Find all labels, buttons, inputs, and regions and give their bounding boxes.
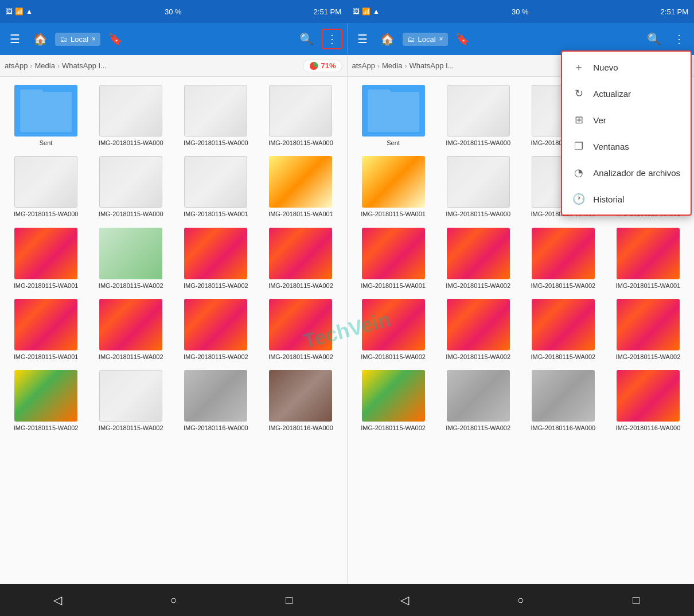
file-item[interactable]: IMG-20180115-WA002 <box>89 367 172 435</box>
tab-local-right[interactable]: 🗂 Local × <box>403 33 448 46</box>
tab-close-left[interactable]: × <box>92 35 96 43</box>
file-item[interactable]: IMG-20180115-WA001 <box>607 224 689 293</box>
historial-icon: 🕐 <box>572 193 585 205</box>
file-item[interactable]: IMG-20180115-WA001 <box>259 153 342 221</box>
time-left: 2:51 PM <box>314 7 341 16</box>
image-thumb <box>617 299 680 350</box>
file-item[interactable]: IMG-20180115-WA001 <box>174 153 257 221</box>
file-item[interactable]: IMG-20180115-WA002 <box>352 367 435 435</box>
breadcrumb-part2-left[interactable]: Media <box>34 61 54 70</box>
file-item[interactable]: IMG-20180115-WA000 <box>89 153 172 221</box>
file-item[interactable]: IMG-20180116-WA000 <box>259 367 342 435</box>
image-thumb <box>184 299 247 350</box>
file-item[interactable]: IMG-20180115-WA001 <box>5 224 87 293</box>
file-item[interactable]: Sent <box>5 81 87 150</box>
file-label: IMG-20180115-WA002 <box>531 353 595 361</box>
back-button-left[interactable]: ◁ <box>45 587 71 613</box>
menu-item-historial[interactable]: 🕐 Historial <box>562 186 691 212</box>
file-grid-left: Sent IMG-20180115-WA000 IMG-20180115-WA0… <box>5 81 342 435</box>
recent-button-left[interactable]: □ <box>276 587 302 613</box>
nuevo-icon: ＋ <box>572 61 585 73</box>
file-label: IMG-20180115-WA001 <box>616 282 681 290</box>
image-thumb <box>447 299 510 350</box>
file-item[interactable]: IMG-20180116-WA000 <box>522 367 605 435</box>
file-item[interactable]: IMG-20180115-WA000 <box>259 81 342 150</box>
file-item[interactable]: IMG-20180115-WA001 <box>5 295 87 364</box>
file-item[interactable]: IMG-20180115-WA002 <box>607 295 689 364</box>
file-item[interactable]: IMG-20180115-WA002 <box>522 224 605 293</box>
tab-label-right: Local <box>418 35 436 44</box>
recent-button-right[interactable]: □ <box>623 587 649 613</box>
home-button-nav-right[interactable]: ○ <box>508 587 533 613</box>
breadcrumb-part1-left[interactable]: atsApp <box>5 61 28 70</box>
storage-badge: 71% <box>303 60 342 72</box>
breadcrumb-part3-right[interactable]: WhatsApp I... <box>409 61 454 70</box>
analizador-icon: ◔ <box>572 166 585 179</box>
file-label: IMG-20180115-WA002 <box>361 353 426 361</box>
tab-label-left: Local <box>71 35 88 44</box>
image-thumb <box>99 370 162 422</box>
file-item[interactable]: IMG-20180115-WA000 <box>437 81 520 150</box>
file-item[interactable]: IMG-20180115-WA002 <box>259 295 342 364</box>
file-item[interactable]: IMG-20180116-WA000 <box>607 367 689 435</box>
file-item[interactable]: IMG-20180115-WA002 <box>437 367 520 435</box>
file-label: IMG-20180115-WA002 <box>99 353 163 361</box>
signal-icon-left: 📶 <box>15 7 24 15</box>
file-item[interactable]: IMG-20180115-WA002 <box>5 367 87 435</box>
file-label: IMG-20180116-WA000 <box>268 424 333 432</box>
file-item[interactable]: IMG-20180115-WA002 <box>259 224 342 293</box>
tab-local-left[interactable]: 🗂 Local × <box>55 33 100 46</box>
file-item[interactable]: IMG-20180115-WA000 <box>437 153 520 221</box>
status-bar: 🖼 📶 ▲ 30 % 2:51 PM 🖼 📶 ▲ 30 % 2:51 PM <box>0 0 694 23</box>
menu-button-left[interactable]: ☰ <box>5 29 25 49</box>
file-item[interactable]: IMG-20180115-WA000 <box>174 81 257 150</box>
menu-item-analizador[interactable]: ◔ Analizador de archivos <box>562 159 691 186</box>
menu-button-right[interactable]: ☰ <box>352 29 373 49</box>
search-button-left[interactable]: 🔍 <box>297 29 317 49</box>
back-button-right[interactable]: ◁ <box>392 587 418 613</box>
menu-item-ver-label: Ver <box>593 115 606 125</box>
file-item[interactable]: IMG-20180115-WA002 <box>352 295 435 364</box>
file-label: IMG-20180115-WA002 <box>99 424 163 432</box>
ventanas-icon: ❐ <box>572 140 585 153</box>
file-item[interactable]: IMG-20180115-WA001 <box>352 153 435 221</box>
menu-item-actualizar[interactable]: ↻ Actualizar <box>562 80 691 107</box>
image-thumb <box>269 85 332 137</box>
file-item[interactable]: Sent <box>352 81 435 150</box>
breadcrumb-part3-left[interactable]: WhatsApp I... <box>62 61 107 70</box>
tab-close-right[interactable]: × <box>439 35 443 43</box>
home-button-right[interactable]: 🏠 <box>377 29 398 49</box>
file-item[interactable]: IMG-20180115-WA002 <box>174 295 257 364</box>
breadcrumb-part1-right[interactable]: atsApp <box>352 61 375 70</box>
file-item[interactable]: IMG-20180115-WA001 <box>352 224 435 293</box>
image-thumb <box>532 370 595 422</box>
home-button-left[interactable]: 🏠 <box>30 29 50 49</box>
bookmark-button-left[interactable]: 🔖 <box>105 29 126 49</box>
file-item[interactable]: IMG-20180115-WA002 <box>89 295 172 364</box>
search-button-right[interactable]: 🔍 <box>644 29 664 49</box>
more-button-left[interactable]: ⋮ <box>322 29 342 49</box>
file-label: IMG-20180115-WA001 <box>14 353 79 361</box>
bookmark-button-right[interactable]: 🔖 <box>453 29 473 49</box>
file-item[interactable]: IMG-20180116-WA000 <box>174 367 257 435</box>
file-item[interactable]: IMG-20180115-WA002 <box>522 295 605 364</box>
menu-item-ver[interactable]: ⊞ Ver <box>562 107 691 133</box>
file-item[interactable]: IMG-20180115-WA000 <box>89 81 172 150</box>
file-label: IMG-20180115-WA000 <box>14 210 79 218</box>
file-item[interactable]: IMG-20180115-WA002 <box>437 295 520 364</box>
file-item[interactable]: IMG-20180115-WA002 <box>437 224 520 293</box>
menu-item-nuevo[interactable]: ＋ Nuevo <box>562 54 691 80</box>
breadcrumb-part2-right[interactable]: Media <box>382 61 402 70</box>
breadcrumb-sep2-right: › <box>404 62 407 70</box>
menu-item-ventanas[interactable]: ❐ Ventanas <box>562 133 691 159</box>
breadcrumb-left: atsApp › Media › WhatsApp I... 71% <box>0 55 348 76</box>
more-button-right[interactable]: ⋮ <box>669 29 689 49</box>
image-thumb <box>447 370 510 422</box>
menu-item-nuevo-label: Nuevo <box>593 63 618 72</box>
home-button-nav-left[interactable]: ○ <box>161 587 186 613</box>
breadcrumb-sep1-left: › <box>30 62 32 70</box>
file-item[interactable]: IMG-20180115-WA002 <box>89 224 172 293</box>
file-item[interactable]: IMG-20180115-WA000 <box>5 153 87 221</box>
file-item[interactable]: IMG-20180115-WA002 <box>174 224 257 293</box>
image-thumb <box>362 228 425 279</box>
